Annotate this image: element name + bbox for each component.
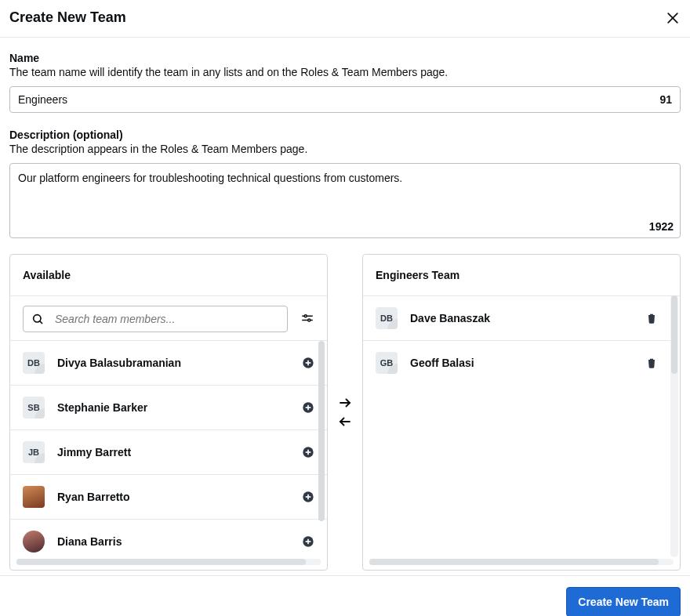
available-member-row[interactable]: Diana Barris xyxy=(10,520,327,554)
member-name: Divya Balasubramanian xyxy=(57,357,289,369)
member-name: Stephanie Barker xyxy=(57,401,289,414)
available-header: Available xyxy=(10,255,327,296)
create-team-button[interactable]: Create New Team xyxy=(566,587,681,616)
name-input-wrap[interactable]: 91 xyxy=(9,86,681,113)
description-counter: 1922 xyxy=(649,220,674,233)
search-box[interactable] xyxy=(23,306,288,332)
avatar: JB xyxy=(23,441,45,463)
trash-icon[interactable] xyxy=(645,357,658,369)
available-member-row[interactable]: SB Stephanie Barker xyxy=(10,386,327,430)
trash-icon[interactable] xyxy=(645,312,658,324)
svg-point-2 xyxy=(34,315,41,322)
member-name: Ryan Barretto xyxy=(57,491,289,503)
filter-icon[interactable] xyxy=(300,312,314,326)
dialog-title: Create New Team xyxy=(9,9,126,26)
name-label: Name xyxy=(9,52,681,64)
member-name: Dave Banaszak xyxy=(410,312,633,324)
team-list: DB Dave Banaszak GB Geoff Balasi xyxy=(363,296,680,554)
arrow-left-icon[interactable] xyxy=(338,415,352,429)
svg-point-7 xyxy=(308,319,310,321)
horizontal-scrollbar[interactable] xyxy=(369,559,674,565)
name-help: The team name will identify the team in … xyxy=(9,66,681,78)
avatar: DB xyxy=(23,352,45,374)
avatar xyxy=(23,531,45,553)
dialog-footer: Create New Team xyxy=(0,575,690,616)
member-name: Jimmy Barrett xyxy=(57,446,289,458)
svg-line-3 xyxy=(40,321,42,324)
avatar: SB xyxy=(23,397,45,419)
close-icon[interactable] xyxy=(665,10,681,26)
team-panel: Engineers Team DB Dave Banaszak GB Geoff… xyxy=(362,254,681,571)
description-input[interactable] xyxy=(18,172,672,212)
member-name: Geoff Balasi xyxy=(410,357,633,369)
avatar: DB xyxy=(376,307,398,329)
team-member-row[interactable]: GB Geoff Balasi xyxy=(363,341,670,385)
add-icon[interactable] xyxy=(302,535,314,548)
transfer-arrows xyxy=(337,396,353,429)
available-member-row[interactable]: JB Jimmy Barrett xyxy=(10,430,327,475)
description-label: Description (optional) xyxy=(9,129,681,141)
avatar: GB xyxy=(376,352,398,374)
horizontal-scrollbar[interactable] xyxy=(16,559,321,565)
description-help: The description appears in the Roles & T… xyxy=(9,143,681,155)
search-icon xyxy=(31,313,44,325)
search-row xyxy=(10,296,327,341)
description-wrap[interactable]: 1922 xyxy=(9,163,681,238)
available-panel: Available xyxy=(9,254,328,571)
dialog-body: Name The team name will identify the tea… xyxy=(0,38,690,575)
team-header: Engineers Team xyxy=(363,255,680,296)
add-icon[interactable] xyxy=(302,446,314,458)
team-member-row[interactable]: DB Dave Banaszak xyxy=(363,296,670,341)
available-member-row[interactable]: Ryan Barretto xyxy=(10,475,327,520)
dialog-header: Create New Team xyxy=(0,0,690,38)
arrow-right-icon[interactable] xyxy=(338,396,352,410)
available-list: DB Divya Balasubramanian SB Stephanie Ba… xyxy=(10,341,327,554)
add-icon[interactable] xyxy=(302,401,314,414)
available-member-row[interactable]: DB Divya Balasubramanian xyxy=(10,341,327,386)
add-icon[interactable] xyxy=(302,491,314,503)
svg-point-5 xyxy=(304,315,307,317)
name-input[interactable] xyxy=(18,93,653,106)
name-counter: 91 xyxy=(653,93,672,106)
vertical-scrollbar[interactable] xyxy=(318,341,325,557)
vertical-scrollbar[interactable] xyxy=(670,295,678,557)
avatar xyxy=(23,486,45,508)
search-input[interactable] xyxy=(55,313,279,325)
member-name: Diana Barris xyxy=(57,535,289,548)
add-icon[interactable] xyxy=(302,357,314,369)
dual-list: Available xyxy=(9,254,681,571)
